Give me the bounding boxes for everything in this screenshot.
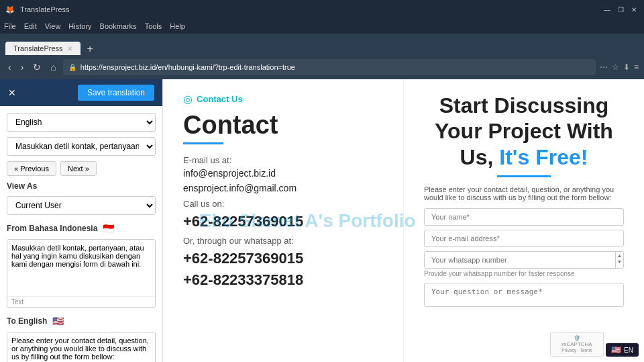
address-bar[interactable]: 🔒 https://ensproject.biz.id/en/hubungi-k… xyxy=(63,59,596,75)
view-as-label: View As xyxy=(7,181,156,191)
app-title: TranslatePress xyxy=(20,5,70,13)
menu-file[interactable]: File xyxy=(4,22,16,30)
breadcrumb: ◎ Contact Us xyxy=(183,93,383,105)
from-translation-textarea[interactable]: Masukkan detil kontak, pertanyaan, atau … xyxy=(7,240,155,293)
spinner-down-icon[interactable]: ▼ xyxy=(617,259,622,265)
menu-edit[interactable]: Edit xyxy=(24,22,37,30)
browser-tab[interactable]: TranslatePress ✕ xyxy=(5,42,80,55)
heading-line2: Your Project With xyxy=(435,119,613,143)
menu-tools[interactable]: Tools xyxy=(145,22,162,30)
prev-button[interactable]: « Previous xyxy=(7,161,56,176)
sidebar-close-button[interactable]: ✕ xyxy=(8,87,16,98)
phone-input-wrapper: ▲ ▼ xyxy=(424,251,624,269)
to-section-label: To English 🇺🇸 xyxy=(7,316,156,326)
extensions-icon[interactable]: ⋯ xyxy=(600,62,608,72)
reader-icon[interactable]: ≡ xyxy=(634,62,639,72)
home-button[interactable]: ⌂ xyxy=(48,60,58,74)
locale-code: EN xyxy=(624,347,633,354)
whatsapp-value-1[interactable]: +62-82257369015 xyxy=(183,250,383,267)
menu-bookmarks[interactable]: Bookmarks xyxy=(100,22,137,30)
text-select[interactable]: Masukkan detil kontak, pertanyaan, a... xyxy=(7,137,156,156)
from-translation-box: Masukkan detil kontak, pertanyaan, atau … xyxy=(7,239,156,308)
minimize-button[interactable]: — xyxy=(602,5,612,14)
name-input[interactable] xyxy=(424,208,624,226)
right-heading: Start Discussing Your Project With Us, I… xyxy=(424,93,624,170)
contact-right-panel: Start Discussing Your Project With Us, I… xyxy=(404,79,644,362)
view-as-select[interactable]: Current User xyxy=(7,196,156,215)
message-input[interactable] xyxy=(424,283,624,307)
right-underline xyxy=(497,175,551,177)
menu-help[interactable]: Help xyxy=(170,22,185,30)
phone-input[interactable] xyxy=(425,252,615,268)
new-tab-button[interactable]: + xyxy=(83,43,97,55)
right-description: Please enter your contact detail, questi… xyxy=(424,185,624,201)
language-select[interactable]: English xyxy=(7,113,156,132)
spinner-up-icon[interactable]: ▲ xyxy=(617,253,622,259)
whatsapp-value-2[interactable]: +62-82233375818 xyxy=(183,271,383,289)
breadcrumb-text: Contact Us xyxy=(197,94,243,104)
to-translation-textarea[interactable]: Please enter your contact detail, questi… xyxy=(7,332,155,362)
navigation-buttons: « Previous Next » xyxy=(7,161,156,176)
heading-free-text: It's Free! xyxy=(499,145,588,169)
email-label: E-mail us at: xyxy=(183,155,383,165)
contact-underline xyxy=(183,142,223,144)
menu-view[interactable]: View xyxy=(45,22,61,30)
forward-button[interactable]: › xyxy=(18,60,27,74)
tab-close-icon[interactable]: ✕ xyxy=(67,45,72,52)
phone-label: Call us on: xyxy=(183,199,383,209)
recaptcha-badge: 🛡️reCAPTCHAPrivacy · Terms xyxy=(550,332,604,357)
tab-label: TranslatePress xyxy=(13,44,63,52)
address-text: https://ensproject.biz.id/en/hubungi-kam… xyxy=(80,63,590,71)
from-text-type: Text xyxy=(7,296,155,307)
locale-flag: 🇺🇸 xyxy=(611,345,621,355)
heading-line1: Start Discussing xyxy=(439,93,609,118)
recaptcha-text: reCAPTCHAPrivacy · Terms xyxy=(561,341,592,353)
save-translation-button[interactable]: Save translation xyxy=(78,85,154,101)
main-content: ◎ Contact Us Contact E-mail us at: info@… xyxy=(163,79,644,362)
next-button[interactable]: Next » xyxy=(60,161,97,176)
email-input[interactable] xyxy=(424,230,624,247)
whatsapp-label: Or, through our whatsapp at: xyxy=(183,236,383,246)
from-section-label: From Bahasa Indonesia 🇮🇩 xyxy=(7,223,156,234)
contact-icon: ◎ xyxy=(183,93,193,105)
download-icon[interactable]: ⬇ xyxy=(623,62,630,72)
bookmark-icon[interactable]: ☆ xyxy=(612,62,619,72)
email-value-2[interactable]: ensproject.info@gmail.com xyxy=(183,183,383,193)
menu-history[interactable]: History xyxy=(68,22,91,30)
phone-spinner[interactable]: ▲ ▼ xyxy=(615,252,623,268)
sidebar-header: ✕ Save translation xyxy=(0,79,162,106)
phone-value[interactable]: +62-82257369015 xyxy=(183,213,383,230)
reload-button[interactable]: ↻ xyxy=(30,60,44,74)
lock-icon: 🔒 xyxy=(68,64,76,71)
indonesia-flag: 🇮🇩 xyxy=(103,223,114,234)
heading-line3-normal: Us, xyxy=(460,145,494,169)
english-flag: 🇺🇸 xyxy=(52,316,64,326)
locale-badge[interactable]: 🇺🇸 EN xyxy=(606,343,639,357)
phone-note: Provide your whatsapp number for faster … xyxy=(424,270,624,277)
contact-title: Contact xyxy=(183,111,383,140)
email-value-1[interactable]: info@ensproject.biz.id xyxy=(183,168,383,179)
app-icon: 🦊 xyxy=(5,5,15,14)
back-button[interactable]: ‹ xyxy=(5,60,14,74)
maximize-button[interactable]: ❐ xyxy=(616,5,625,14)
contact-left-panel: ◎ Contact Us Contact E-mail us at: info@… xyxy=(163,79,404,362)
close-button[interactable]: ✕ xyxy=(629,5,639,14)
to-translation-box: Please enter your contact detail, questi… xyxy=(7,332,156,362)
